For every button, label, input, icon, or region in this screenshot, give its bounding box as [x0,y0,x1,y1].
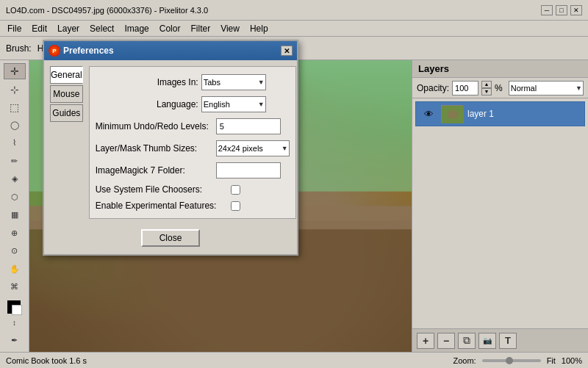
images-in-row: Images In: Tabs Windows ▼ [96,74,290,90]
dialog-close-icon[interactable]: ✕ [281,46,293,56]
images-in-select-container: Tabs Windows ▼ [201,74,266,90]
layer-mask-select-container: 24x24 pixels 48x48 pixels 64x64 pixels ▼ [216,140,290,156]
preferences-dialog: P Preferences ✕ General Mouse Guides Ima… [43,40,298,256]
experimental-row: Enable Experimental Features: [96,201,290,211]
min-undo-label: Minimum Undo/Redo Levels: [96,121,213,131]
dialog-tab-content: Images In: Tabs Windows ▼ Language: E [89,66,296,219]
layer-mask-select[interactable]: 24x24 pixels 48x48 pixels 64x64 pixels [216,140,290,156]
system-file-row: Use System File Choosers: [96,184,290,195]
language-label: Language: [96,99,198,109]
images-in-select[interactable]: Tabs Windows [201,74,266,90]
tab-general[interactable]: General [50,66,83,84]
tab-mouse[interactable]: Mouse [50,85,83,103]
dialog-footer: Close [44,225,297,254]
imagemagick-label: ImageMagick 7 Folder: [96,165,213,176]
dialog-titlebar: P Preferences ✕ [44,41,297,60]
system-file-label: Use System File Choosers: [96,184,228,195]
dialog-app-icon: P [49,45,60,57]
experimental-label: Enable Experimental Features: [96,201,228,211]
imagemagick-row: ImageMagick 7 Folder: [96,162,290,178]
images-in-label: Images In: [96,77,198,87]
language-select-container: English German French ▼ [201,96,266,112]
dialog-body: General Mouse Guides Images In: Tabs Win… [44,60,297,225]
dialog-close-button[interactable]: Close [141,229,200,247]
layer-mask-label: Layer/Mask Thumb Sizes: [96,143,213,154]
experimental-checkbox[interactable] [231,201,240,211]
min-undo-input[interactable] [216,118,281,134]
min-undo-row: Minimum Undo/Redo Levels: [96,118,290,134]
language-select[interactable]: English German French [201,96,266,112]
dialog-overlay: P Preferences ✕ General Mouse Guides Ima… [0,0,588,368]
dialog-title: Preferences [63,46,114,56]
imagemagick-input[interactable] [216,162,281,178]
tab-guides[interactable]: Guides [50,104,83,122]
dialog-tab-list: General Mouse Guides [50,66,83,219]
layer-mask-row: Layer/Mask Thumb Sizes: 24x24 pixels 48x… [96,140,290,156]
language-row: Language: English German French ▼ [96,96,290,112]
system-file-checkbox[interactable] [231,185,240,195]
